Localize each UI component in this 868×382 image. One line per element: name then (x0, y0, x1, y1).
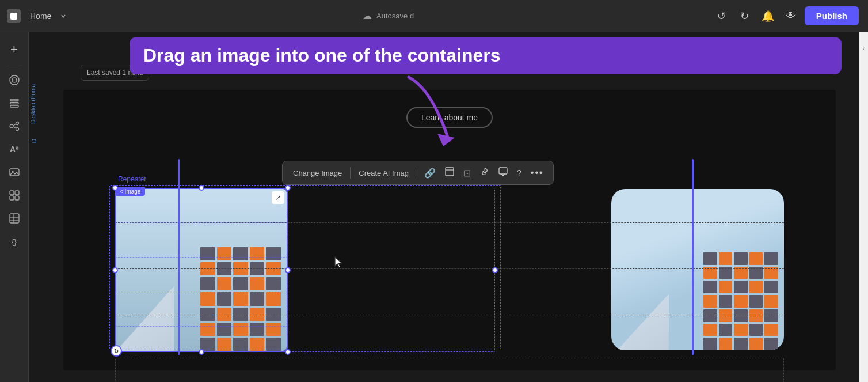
svg-point-0 (10, 75, 19, 85)
svg-line-8 (13, 124, 16, 126)
publish-button[interactable]: Publish (805, 6, 859, 25)
tooltip-text: Drag an image into one of the containers (143, 45, 501, 66)
handle-middle-left[interactable] (112, 267, 118, 273)
svg-rect-2 (10, 99, 18, 101)
tooltip-overlay: Drag an image into one of the containers (130, 37, 842, 74)
svg-line-9 (13, 127, 16, 128)
building-side-right (617, 270, 669, 350)
svg-point-7 (16, 128, 18, 131)
topbar-center: ☁ Autosave d (73, 10, 703, 21)
toolbar-chain-icon[interactable] (478, 165, 492, 181)
toolbar-fullscreen-icon[interactable]: ⊡ (461, 165, 473, 181)
left-sidebar: + Aᵃ {} (0, 32, 29, 382)
handle-top-left[interactable] (112, 185, 118, 191)
selection-border (115, 188, 288, 352)
svg-rect-10 (10, 169, 19, 176)
topbar-right: ↺ ↻ 🔔 👁 Publish (703, 6, 868, 25)
right-panel-toggle-button[interactable]: ‹ (859, 37, 868, 60)
toolbar-divider-1 (350, 167, 351, 179)
handle-middle-right[interactable] (285, 267, 291, 273)
toolbar-help-icon[interactable]: ? (515, 166, 524, 180)
learn-about-me-button[interactable]: Learn about me (406, 107, 493, 128)
svg-rect-15 (15, 196, 19, 200)
chevron-down-icon (60, 13, 66, 19)
sidebar-item-connect[interactable] (4, 116, 25, 137)
handle-top-center[interactable] (199, 185, 204, 191)
sidebar-divider-1 (7, 65, 21, 65)
autosave-label: Autosave d (376, 12, 414, 20)
toolbar-link-icon[interactable]: 🔗 (422, 165, 438, 181)
right-panel: ‹ (859, 32, 868, 382)
preview-button[interactable]: 👁 (782, 7, 800, 25)
toolbar-divider-2 (417, 167, 417, 179)
dashed-line-4 (115, 326, 288, 327)
handle-top-right[interactable] (285, 185, 291, 191)
repeater-label: Repeater (118, 175, 146, 183)
image-container-right[interactable] (611, 189, 784, 350)
dashed-line-2 (115, 257, 288, 258)
guide-line-vert (288, 188, 288, 336)
canvas-label-desktop: Desktop (Prima (30, 84, 36, 124)
sidebar-item-add[interactable]: + (4, 39, 25, 60)
sidebar-item-pages[interactable] (4, 93, 25, 114)
outer-handle-right[interactable] (492, 267, 498, 273)
sidebar-item-table[interactable] (4, 208, 25, 229)
rotate-handle[interactable]: ↻ (111, 345, 122, 357)
topbar-left: Home (0, 9, 73, 23)
svg-point-5 (10, 124, 13, 128)
svg-rect-16 (10, 214, 19, 223)
handle-bottom-center[interactable] (199, 349, 204, 355)
building-facade-right (703, 252, 778, 350)
toolbar-more-icon[interactable]: ••• (528, 165, 546, 180)
home-button[interactable]: Home (25, 9, 56, 23)
svg-rect-12 (10, 191, 14, 195)
svg-rect-20 (446, 168, 454, 176)
logo-icon[interactable] (7, 9, 21, 23)
vert-indicator-right (692, 159, 694, 355)
svg-rect-22 (499, 168, 507, 174)
canvas-area: Last saved 1 minu Desktop (Prima D Learn… (29, 32, 859, 382)
website-preview: Learn about me Repeater < Image ↗ ↻ (63, 90, 836, 370)
svg-rect-3 (10, 103, 18, 104)
sidebar-item-text[interactable]: Aᵃ (4, 139, 25, 160)
toolbar-comment-icon[interactable] (496, 165, 510, 181)
change-image-button[interactable]: Change Image (290, 167, 345, 180)
dashed-line-3 (115, 292, 288, 292)
sidebar-item-code[interactable]: {} (4, 231, 25, 252)
image-container-left[interactable]: < Image ↗ ↻ (115, 188, 288, 352)
create-ai-image-button[interactable]: Create AI Imag (355, 167, 412, 180)
image-toolbar: Change Image Create AI Imag 🔗 ⊡ ? ••• (282, 161, 554, 185)
handle-bottom-right[interactable] (285, 349, 291, 355)
sidebar-item-media[interactable] (4, 162, 25, 183)
dashed-line-1 (115, 222, 288, 223)
svg-rect-14 (10, 196, 14, 200)
sidebar-item-layers[interactable] (4, 70, 25, 90)
undo-button[interactable]: ↺ (713, 7, 731, 25)
svg-point-6 (16, 122, 18, 125)
svg-rect-13 (15, 191, 19, 195)
topbar: Home ☁ Autosave d ↺ ↻ 🔔 👁 Publish (0, 0, 868, 32)
sidebar-item-apps[interactable] (4, 185, 25, 206)
svg-rect-4 (10, 105, 18, 107)
notification-bell-icon[interactable]: 🔔 (759, 7, 777, 25)
last-saved-tooltip: Last saved 1 minu (81, 65, 149, 81)
canvas-label-d: D (31, 139, 37, 143)
svg-point-1 (12, 78, 17, 82)
image-badge: < Image (115, 187, 145, 196)
redo-button[interactable]: ↻ (736, 7, 754, 25)
expand-icon[interactable]: ↗ (272, 191, 284, 204)
cloud-icon: ☁ (363, 10, 372, 21)
toolbar-crop-icon[interactable] (443, 165, 456, 181)
bottom-container (115, 358, 784, 382)
